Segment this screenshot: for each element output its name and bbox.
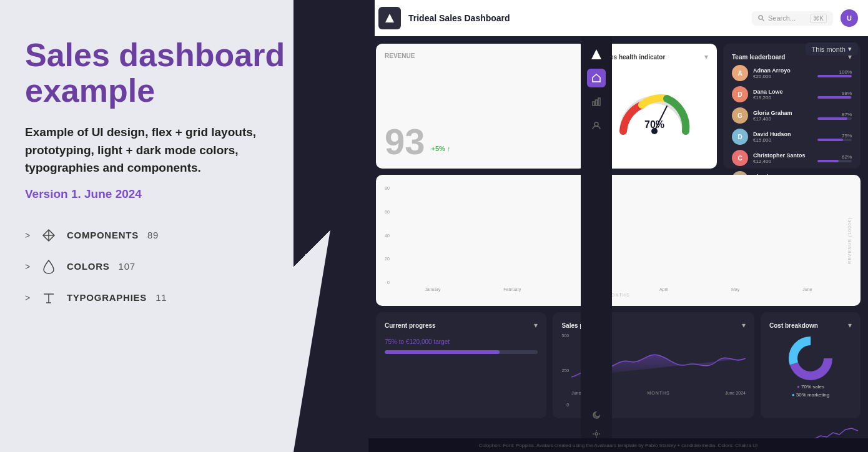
svg-text:70%: 70% bbox=[644, 119, 664, 130]
top-row: REVENUE 93 +5% ↑ Sales health indicator … bbox=[376, 44, 861, 169]
chevron-right-icon: > bbox=[25, 262, 31, 272]
leaderboard-item: D David Hudson €15,000 75% bbox=[732, 129, 852, 145]
month-label-feb: February bbox=[503, 287, 521, 292]
sidebar-home-icon[interactable] bbox=[587, 69, 606, 87]
progress-dropdown-icon[interactable]: ▾ bbox=[534, 321, 538, 330]
member-bar-bg bbox=[817, 139, 852, 141]
member-bar-fill bbox=[817, 160, 839, 162]
components-count: 89 bbox=[147, 230, 159, 240]
svg-rect-4 bbox=[593, 102, 594, 106]
leaderboard-title: Team leaderboard bbox=[732, 54, 785, 61]
sales-y-axis: 500 250 0 bbox=[561, 333, 569, 407]
x-axis-labels: January February March April May June bbox=[393, 286, 844, 292]
typographies-count: 11 bbox=[155, 292, 167, 303]
member-bar-wrap: 87% bbox=[817, 112, 852, 120]
sidebar-chart-icon[interactable] bbox=[587, 92, 606, 111]
colophon-text: Colophon: Font: Poppins. Avatars created… bbox=[479, 443, 757, 448]
member-pct: 75% bbox=[817, 133, 852, 139]
revenue-card: REVENUE 93 +5% ↑ bbox=[376, 44, 586, 169]
sales-y-mid: 250 bbox=[561, 368, 569, 373]
colors-count: 107 bbox=[119, 261, 136, 272]
avatar-dana: D bbox=[732, 86, 748, 102]
health-header: Sales health indicator ▾ bbox=[601, 52, 708, 61]
feature-list: > COMPONENTS 89 > COLORS 107 > bbox=[25, 226, 293, 307]
y-tick: 20 bbox=[385, 257, 390, 261]
leaderboard-card: Team leaderboard ▾ A Adnan Arroyo €20,00… bbox=[723, 44, 861, 169]
search-placeholder: Search... bbox=[768, 14, 796, 22]
feature-colors[interactable]: > COLORS 107 bbox=[25, 257, 293, 276]
progress-title: Current progress bbox=[385, 322, 436, 329]
member-bar-bg bbox=[817, 117, 852, 120]
member-pct: 62% bbox=[817, 154, 852, 160]
this-month-label: This month bbox=[812, 46, 846, 53]
page-title: Sales dashboard example bbox=[25, 37, 293, 109]
avatar-david: D bbox=[732, 129, 748, 145]
sidebar-bottom bbox=[587, 406, 606, 443]
progress-label: 75% to €120,000 target bbox=[385, 338, 538, 345]
x-axis-title: MONTHS bbox=[393, 293, 844, 297]
marketing-pct-text: 30% marketing bbox=[796, 392, 829, 398]
member-bar-fill bbox=[817, 117, 847, 120]
member-name: Gloria Graham bbox=[753, 110, 812, 116]
member-name: David Hudson bbox=[753, 131, 812, 137]
dashboard-main: REVENUE 93 +5% ↑ Sales health indicator … bbox=[368, 36, 868, 452]
sales-y-min: 0 bbox=[566, 403, 569, 407]
sales-y-max: 500 bbox=[561, 333, 569, 338]
drop-icon bbox=[39, 257, 58, 276]
member-name: Adnan Arroyo bbox=[753, 67, 812, 74]
typographies-label: TYPOGRAPHIES bbox=[67, 292, 147, 303]
left-panel: Sales dashboard example Example of UI de… bbox=[25, 37, 293, 307]
y-tick: 40 bbox=[385, 233, 390, 238]
member-bar-fill bbox=[817, 75, 852, 77]
progress-card: Current progress ▾ 75% to €120,000 targe… bbox=[376, 312, 546, 418]
member-bar-wrap: 98% bbox=[817, 91, 852, 99]
svg-point-8 bbox=[595, 433, 598, 435]
bars-container bbox=[393, 184, 844, 286]
feature-typographies[interactable]: > TYPOGRAPHIES 11 bbox=[25, 288, 293, 307]
member-bar-bg bbox=[817, 75, 852, 77]
chevron-right-icon: > bbox=[25, 293, 31, 303]
sales-x-title: MONTHS bbox=[647, 391, 669, 395]
cost-dropdown-icon[interactable]: ▾ bbox=[848, 321, 852, 330]
sidebar-people-icon[interactable] bbox=[587, 116, 606, 135]
sidebar-moon-icon[interactable] bbox=[587, 406, 606, 425]
revenue-change-text: +5% ↑ bbox=[432, 145, 451, 152]
feature-components[interactable]: > COMPONENTS 89 bbox=[25, 226, 293, 245]
colophon: Colophon: Font: Poppins. Avatars created… bbox=[368, 438, 868, 452]
version-text: Version 1. June 2024 bbox=[25, 187, 293, 201]
member-bar-fill bbox=[817, 96, 851, 99]
svg-marker-9 bbox=[385, 14, 394, 22]
y-axis-title: REVENUE (1000€) bbox=[847, 217, 852, 264]
sidebar-nav bbox=[581, 36, 612, 452]
cost-marketing-label: ● 30% marketing bbox=[792, 391, 829, 400]
leaderboard-item: D Dana Lowe €19,200 98% bbox=[732, 86, 852, 102]
y-tick: 0 bbox=[387, 280, 390, 285]
components-label: COMPONENTS bbox=[67, 230, 139, 240]
sales-past-dropdown-icon[interactable]: ▾ bbox=[742, 321, 746, 330]
this-month-button[interactable]: This month ▾ bbox=[806, 42, 858, 56]
svg-point-10 bbox=[759, 16, 762, 19]
member-info: Gloria Graham €17,400 bbox=[753, 110, 812, 122]
donut-legend: ● 70% sales ● 30% marketing bbox=[792, 383, 829, 400]
avatar-adnan: A bbox=[732, 65, 748, 81]
sidebar-logo bbox=[587, 45, 606, 64]
member-amount: €12,400 bbox=[753, 159, 812, 164]
svg-point-17 bbox=[798, 346, 823, 371]
keyboard-shortcut: ⌘K bbox=[810, 14, 827, 23]
search-bar[interactable]: Search... ⌘K bbox=[752, 11, 833, 26]
cost-title: Cost breakdown bbox=[769, 322, 818, 329]
member-pct: 100% bbox=[817, 69, 852, 75]
member-name: Dana Lowe bbox=[753, 89, 812, 95]
sales-pct-text: 70% sales bbox=[801, 384, 824, 390]
progress-header: Current progress ▾ bbox=[385, 321, 538, 330]
month-label-jan: January bbox=[425, 287, 440, 292]
member-bar-fill bbox=[817, 139, 843, 141]
health-dropdown-icon[interactable]: ▾ bbox=[704, 52, 708, 61]
leaderboard-item: C Christopher Santos €12,400 62% bbox=[732, 150, 852, 166]
revenue-number: 93 bbox=[385, 124, 425, 160]
member-bar-wrap: 62% bbox=[817, 154, 852, 162]
member-bar-wrap: 100% bbox=[817, 69, 852, 77]
avatar-gloria: G bbox=[732, 107, 748, 124]
svg-line-11 bbox=[762, 19, 764, 21]
user-avatar[interactable]: U bbox=[841, 9, 858, 27]
